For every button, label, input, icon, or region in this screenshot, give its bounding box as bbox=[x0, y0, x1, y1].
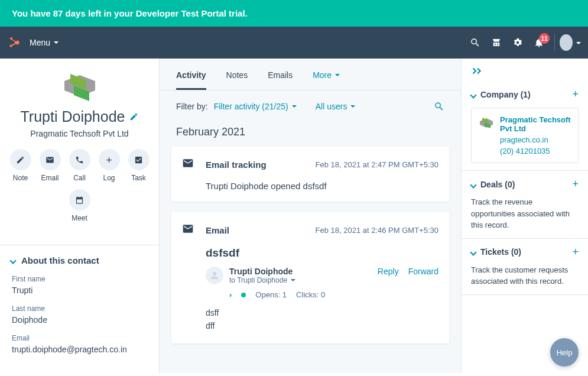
chevron-down-icon bbox=[471, 179, 476, 190]
add-deal-button[interactable]: + bbox=[572, 178, 579, 190]
notification-badge: 11 bbox=[539, 33, 550, 44]
caret-down-icon bbox=[575, 37, 581, 48]
clicks-count: Clicks: 0 bbox=[296, 290, 325, 299]
envelope-icon bbox=[46, 155, 54, 164]
phone-icon bbox=[75, 155, 84, 164]
company-name-link[interactable]: Pragmatic Techsoft Pvt Ltd bbox=[500, 115, 571, 133]
company-logo-icon bbox=[479, 115, 494, 131]
calendar-icon bbox=[75, 196, 84, 205]
tab-notes[interactable]: Notes bbox=[226, 70, 248, 90]
top-nav: Menu 11 bbox=[0, 27, 588, 59]
filter-users-dropdown[interactable]: All users bbox=[316, 102, 356, 111]
envelope-icon bbox=[182, 223, 199, 237]
status-dot-icon bbox=[241, 293, 246, 297]
plus-icon bbox=[105, 155, 113, 164]
meet-action[interactable]: Meet bbox=[69, 189, 90, 222]
timeline-card-email[interactable]: Email Feb 18, 2021 at 2:46 PM GMT+5:30 d… bbox=[171, 212, 449, 343]
hubspot-logo-icon[interactable] bbox=[7, 35, 21, 50]
tickets-description: Track the customer requests associated w… bbox=[471, 264, 579, 287]
nav-divider bbox=[554, 34, 555, 51]
tab-activity[interactable]: Activity bbox=[176, 70, 206, 90]
task-action[interactable]: Task bbox=[128, 149, 150, 182]
first-name-field[interactable]: First name Trupti bbox=[0, 271, 159, 301]
avatar-icon bbox=[560, 34, 573, 51]
contact-company: Pragmatic Techsoft Pvt Ltd bbox=[6, 129, 153, 138]
tickets-section-toggle[interactable]: Tickets (0) + bbox=[471, 246, 579, 258]
email-field[interactable]: Email trupti.doiphode@pragtech.co.in bbox=[0, 330, 159, 360]
filter-activity-dropdown[interactable]: Filter activity (21/25) bbox=[214, 102, 297, 111]
email-subject: dsfsdf bbox=[206, 247, 438, 260]
search-timeline-icon[interactable] bbox=[434, 101, 444, 112]
person-icon bbox=[206, 267, 223, 284]
chevron-right-icon[interactable]: › bbox=[229, 290, 232, 299]
trial-text: You have 87 days left in your Developer … bbox=[12, 8, 248, 18]
settings-icon[interactable] bbox=[507, 32, 528, 53]
tab-emails[interactable]: Emails bbox=[268, 70, 293, 90]
tab-more[interactable]: More bbox=[313, 70, 340, 90]
expand-panel-icon[interactable] bbox=[462, 59, 588, 81]
chevron-down-icon bbox=[471, 89, 476, 100]
opens-count: Opens: 1 bbox=[255, 290, 287, 299]
email-recipient-dropdown[interactable]: to Trupti Doiphode bbox=[229, 276, 372, 284]
timeline-month: February 2021 bbox=[160, 122, 461, 147]
menu-button[interactable]: Menu bbox=[30, 38, 59, 47]
deals-description: Track the revenue opportunities associat… bbox=[471, 196, 579, 231]
chevron-down-icon bbox=[11, 255, 15, 265]
add-company-button[interactable]: + bbox=[572, 88, 579, 101]
email-sender: Trupti Doiphode bbox=[229, 267, 372, 276]
last-name-field[interactable]: Last name Doiphode bbox=[0, 301, 159, 330]
log-action[interactable]: Log bbox=[99, 149, 120, 182]
search-icon[interactable] bbox=[464, 32, 486, 53]
timeline-card-tracking[interactable]: Email tracking Feb 18, 2021 at 2:47 PM G… bbox=[171, 147, 449, 202]
deals-section-toggle[interactable]: Deals (0) + bbox=[471, 178, 579, 190]
notifications-icon[interactable]: 11 bbox=[528, 32, 550, 53]
pencil-icon bbox=[16, 155, 25, 164]
filter-label: Filter by: bbox=[176, 102, 208, 111]
trial-banner: You have 87 days left in your Developer … bbox=[0, 0, 588, 27]
account-menu[interactable] bbox=[560, 32, 581, 53]
reply-button[interactable]: Reply bbox=[378, 267, 399, 276]
company-card[interactable]: Pragmatic Techsoft Pvt Ltd pragtech.co.i… bbox=[471, 108, 579, 163]
marketplace-icon[interactable] bbox=[486, 32, 507, 53]
forward-button[interactable]: Forward bbox=[408, 267, 438, 276]
add-ticket-button[interactable]: + bbox=[572, 246, 579, 258]
about-section-toggle[interactable]: About this contact bbox=[0, 245, 159, 271]
edit-icon[interactable] bbox=[129, 112, 138, 121]
contact-logo-icon bbox=[59, 69, 101, 102]
call-action[interactable]: Call bbox=[69, 149, 90, 182]
note-action[interactable]: Note bbox=[10, 149, 31, 182]
right-panel: Company (1) + Pragmatic Techsoft Pvt Ltd… bbox=[461, 59, 588, 373]
envelope-icon bbox=[182, 157, 199, 171]
center-panel: Activity Notes Emails More Filter by: Fi… bbox=[160, 59, 461, 373]
left-panel: Trupti Doiphode Pragmatic Techsoft Pvt L… bbox=[0, 59, 160, 373]
company-phone-link[interactable]: (20) 41201035 bbox=[500, 147, 571, 155]
tabs: Activity Notes Emails More bbox=[160, 59, 461, 90]
company-url-link[interactable]: pragtech.co.in bbox=[500, 135, 571, 144]
task-icon bbox=[134, 155, 143, 164]
help-button[interactable]: Help bbox=[550, 338, 579, 367]
company-section-toggle[interactable]: Company (1) + bbox=[471, 88, 579, 101]
contact-name: Trupti Doiphode bbox=[21, 108, 139, 125]
chevron-down-icon bbox=[471, 247, 476, 257]
email-action[interactable]: Email bbox=[40, 149, 61, 182]
